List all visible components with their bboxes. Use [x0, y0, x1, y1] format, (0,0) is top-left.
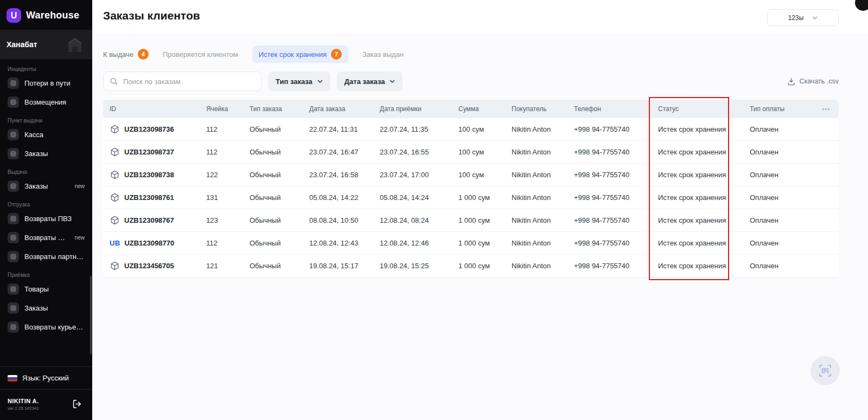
cell-order-date: 23.07.24, 16:58: [304, 171, 374, 179]
returns-fbs-icon: [8, 232, 19, 243]
sidebar-scrollbar[interactable]: [90, 276, 92, 354]
table-row[interactable]: UBUZB123098770112Обычный12.08.24, 12:431…: [103, 232, 839, 255]
sidebar-item[interactable]: Возвраты FBSnew: [0, 228, 92, 247]
cell-cell: 112: [201, 125, 244, 133]
language-label: Язык: Русский: [22, 374, 69, 382]
order-id: UZB123098761: [124, 193, 174, 202]
sidebar-item-label: Возмещения: [24, 98, 66, 106]
order-id: UZB123098770: [124, 239, 174, 247]
cell-accept-date: 22.07.24, 11:35: [374, 125, 453, 133]
table-body: UZB123098736112Обычный22.07.24, 11:3122.…: [103, 118, 839, 277]
cell-accept-date: 12.08.24, 08:24: [374, 216, 453, 224]
new-badge: new: [75, 183, 85, 189]
cell-order-type: Обычный: [244, 125, 304, 133]
column-header: Дата приёмки: [374, 105, 453, 113]
cell-payment: Оплачен: [744, 262, 816, 270]
sidebar-item[interactable]: Заказы: [0, 144, 92, 163]
cell-phone: +998 94-7755740: [569, 239, 653, 247]
tab-active[interactable]: Истек срок хранения7: [252, 46, 348, 63]
filter-button[interactable]: Дата заказа: [337, 72, 403, 91]
sidebar-item[interactable]: Товары: [0, 280, 92, 299]
chevron-down-icon: [317, 80, 323, 83]
sidebar-item-label: Заказы: [24, 182, 48, 190]
table-row[interactable]: UZB123098736112Обычный22.07.24, 11:3122.…: [103, 118, 839, 141]
tab-item[interactable]: Проверяется клиентом: [163, 50, 238, 59]
tab-label: Истек срок хранения: [259, 50, 327, 59]
export-csv-button[interactable]: Скачать .csv: [787, 77, 839, 86]
sidebar-nav: ИнцидентыПотери в путиВозмещенияПункт вы…: [0, 59, 92, 366]
order-id: UZB123098737: [124, 148, 174, 156]
cell-buyer: Nikitin Anton: [506, 171, 569, 179]
cell-payment: Оплачен: [744, 239, 816, 247]
sidebar-item[interactable]: Возмещения: [0, 93, 92, 112]
table-row[interactable]: UZB123098737112Обычный23.07.24, 16:4723.…: [103, 141, 839, 164]
cell-cell: 112: [201, 148, 244, 156]
losses-in-transit-icon: [8, 77, 19, 89]
cell-order-type: Обычный: [244, 239, 304, 247]
tab-label: Заказ выдан: [362, 50, 404, 59]
sidebar-item[interactable]: Касса: [0, 125, 92, 144]
column-header: Тип заказа: [244, 105, 304, 113]
sidebar-item-label: Заказы: [24, 150, 48, 158]
order-id: UZB123098767: [124, 216, 174, 224]
search-input[interactable]: [123, 77, 255, 86]
main-area: Заказы клиентов 123ы К выдаче4Проверяетс…: [92, 0, 868, 420]
sidebar-item[interactable]: Заказыnew: [0, 177, 92, 196]
orders-icon: [8, 180, 19, 192]
user-name: NIKITIN A.: [8, 398, 39, 404]
sidebar-item[interactable]: Заказы: [0, 299, 92, 318]
sidebar-item[interactable]: Возвраты партнеров: [0, 247, 92, 266]
barcode-scanner-button[interactable]: [810, 356, 840, 385]
download-icon: [787, 77, 795, 86]
column-header: Сумма: [453, 105, 506, 113]
sidebar-section-label: Инциденты: [0, 60, 92, 74]
brand-icon: U: [7, 8, 21, 23]
cell-accept-date: 19.08.24, 15:25: [374, 262, 453, 270]
chevron-down-icon: [812, 16, 818, 20]
package-icon: [110, 192, 120, 203]
cell-accept-date: 05.08.24, 14:24: [374, 193, 453, 202]
branch-selector[interactable]: Ханабат: [0, 30, 92, 59]
sidebar-section-label: Отгрузка: [0, 196, 92, 209]
pickup-point-select[interactable]: 123ы: [767, 9, 839, 26]
cell-status: Истек срок хранения: [653, 193, 744, 202]
table-row[interactable]: UZB123098767123Обычный08.08.24, 10:5012.…: [103, 209, 839, 232]
cell-phone: +998 94-7755740: [569, 171, 653, 179]
table-header: IDЯчейкаТип заказаДата заказаДата приёмк…: [103, 100, 839, 118]
tab-badge: 7: [331, 49, 342, 60]
language-switcher[interactable]: Язык: Русский: [0, 366, 92, 389]
pickup-point-value: 123ы: [788, 14, 804, 22]
warehouse-building-icon: [64, 36, 86, 53]
search-icon: [110, 77, 118, 86]
filter-button[interactable]: Тип заказа: [268, 72, 330, 91]
tab-item[interactable]: К выдаче4: [103, 49, 149, 60]
table-row[interactable]: UZB123098738122Обычный23.07.24, 16:5823.…: [103, 164, 839, 186]
cell-phone: +998 94-7755740: [569, 148, 653, 156]
sidebar-item-label: Возвраты партнеров: [24, 253, 85, 261]
column-header: ID: [103, 105, 201, 113]
cell-status: Истек срок хранения: [653, 216, 744, 224]
cell-amount: 1 000 сум: [453, 193, 506, 202]
logout-icon: [72, 399, 82, 409]
ub-logo-icon: UB: [110, 239, 120, 247]
sidebar-section-label: Выдача: [0, 163, 92, 177]
sidebar-item[interactable]: Возвраты курьеров: [0, 318, 92, 337]
tab-badge: 4: [138, 49, 149, 60]
logout-button[interactable]: [70, 397, 85, 411]
table-row[interactable]: UZB123456705121Обычный19.08.24, 15:1719.…: [103, 255, 839, 277]
tab-item[interactable]: Заказ выдан: [362, 50, 404, 59]
order-id-cell: UZB123456705: [103, 261, 201, 271]
order-id-cell: UZB123098736: [103, 124, 201, 134]
sidebar: U Warehouse Ханабат ИнцидентыПотери в пу…: [0, 0, 92, 420]
cell-phone: +998 94-7755740: [569, 193, 653, 202]
more-columns-button[interactable]: •••: [816, 106, 839, 112]
table-row[interactable]: UZB123098761131Обычный05.08.24, 14:2205.…: [103, 186, 839, 209]
cell-order-date: 23.07.24, 16:47: [304, 148, 374, 156]
sidebar-item[interactable]: Возвраты ПВЗ: [0, 209, 92, 228]
sidebar-item[interactable]: Потери в пути: [0, 74, 92, 93]
cell-cell: 112: [201, 239, 244, 247]
order-id: UZB123456705: [124, 262, 174, 270]
cell-buyer: Nikitin Anton: [506, 125, 569, 133]
cell-accept-date: 12.08.24, 12:46: [374, 239, 453, 247]
cell-order-type: Обычный: [244, 193, 304, 202]
